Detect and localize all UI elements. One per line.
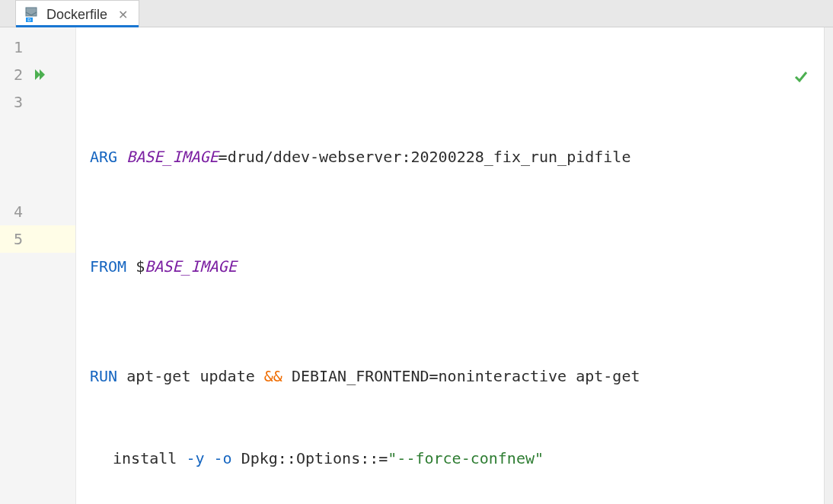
tab-filename: Dockerfile [46, 7, 107, 23]
tab-bar: D Dockerfile ✕ [0, 0, 833, 27]
scrollbar[interactable] [824, 27, 833, 504]
code-line[interactable]: RUN apt-get update && DEBIAN_FRONTEND=no… [90, 362, 824, 390]
line-number[interactable]: 4 [0, 198, 75, 225]
line-number-wrap [0, 171, 75, 198]
line-number[interactable]: 1 [0, 33, 75, 61]
line-number[interactable]: 2 [0, 61, 75, 88]
code-line[interactable]: FROM $BASE_IMAGE [90, 253, 824, 280]
line-number-wrap [0, 143, 75, 171]
code-line[interactable]: ARG BASE_IMAGE=drud/ddev-webserver:20200… [90, 143, 824, 171]
line-number-wrap [0, 116, 75, 143]
dockerfile-icon: D [24, 6, 40, 23]
gutter[interactable]: 1 2 3 4 5 [0, 27, 76, 504]
code-line-wrap[interactable]: install -y -o Dpkg::Options::="--force-c… [90, 445, 824, 472]
line-number[interactable]: 5 [0, 225, 75, 253]
close-icon[interactable]: ✕ [118, 8, 128, 22]
code-area[interactable]: ARG BASE_IMAGE=drud/ddev-webserver:20200… [76, 27, 824, 504]
line-number[interactable]: 3 [0, 88, 75, 116]
run-gutter-icon[interactable] [34, 68, 47, 81]
editor-area: 1 2 3 4 5 ARG BASE_IMAGE=drud/ddev-webse… [0, 27, 833, 504]
checkmark-icon[interactable] [739, 38, 809, 120]
tab-dockerfile[interactable]: D Dockerfile ✕ [15, 0, 139, 27]
svg-text:D: D [27, 18, 31, 22]
